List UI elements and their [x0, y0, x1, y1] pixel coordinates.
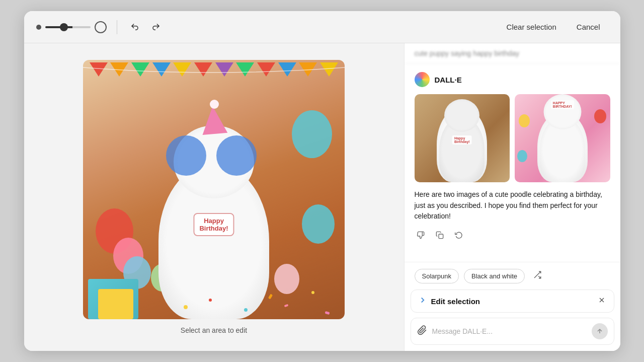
brush-size-slider[interactable] — [45, 26, 91, 28]
edit-selection-bar: Edit selection — [411, 289, 614, 313]
message-actions — [415, 229, 610, 241]
party-hat — [200, 105, 228, 135]
brush-large-icon — [95, 21, 107, 33]
regenerate-button[interactable] — [453, 229, 465, 241]
undo-button[interactable] — [127, 20, 142, 35]
image-panel: HappyBirthday! Sele — [24, 43, 404, 351]
dalle-header: DALL·E — [415, 72, 610, 87]
dalle-logo — [415, 72, 430, 87]
dalle-name-label: DALL·E — [435, 76, 462, 84]
message-input-area — [411, 318, 614, 345]
image-canvas[interactable]: HappyBirthday! — [83, 60, 345, 319]
dog-image: HappyBirthday! — [83, 60, 345, 319]
thumbnail-1[interactable]: HappyBirthday! — [415, 94, 510, 182]
selection-circle-right — [216, 135, 257, 176]
style-chips-bar: Solarpunk Black and white — [405, 262, 620, 289]
svg-rect-0 — [439, 234, 443, 239]
confetti — [83, 259, 345, 319]
main-container: Clear selection Cancel — [24, 11, 620, 351]
selection-circle-left — [166, 135, 206, 176]
toolbar: Clear selection Cancel — [24, 11, 620, 43]
send-button[interactable] — [592, 323, 608, 339]
right-panel: cute puppy saying happy birthday DALL·E — [404, 43, 620, 351]
toolbar-divider — [117, 20, 117, 34]
brush-small-icon — [36, 25, 41, 30]
thumbs-down-button[interactable] — [415, 229, 427, 241]
clear-selection-button[interactable]: Clear selection — [501, 20, 562, 34]
content-area: HappyBirthday! Sele — [24, 43, 620, 351]
attach-button[interactable] — [417, 325, 427, 338]
redo-button[interactable] — [148, 20, 164, 35]
copy-button[interactable] — [434, 229, 446, 241]
style-chip-solarpunk[interactable]: Solarpunk — [415, 269, 459, 283]
blurred-message: cute puppy saying happy birthday — [405, 43, 620, 64]
hat-pom — [210, 100, 219, 109]
birthday-sign: HappyBirthday! — [193, 213, 234, 236]
dalle-message-block: DALL·E HappyBirthday! — [405, 64, 620, 262]
balloon-teal2 — [302, 204, 335, 244]
image-label: Select an area to edit — [181, 326, 247, 334]
brush-size-control — [36, 21, 107, 33]
thumbnail-2[interactable]: HAPPYBIRTHDAY! — [515, 94, 610, 182]
balloon-teal — [292, 110, 332, 158]
style-chip-blackwhite[interactable]: Black and white — [464, 269, 525, 283]
dalle-description: Here are two images of a cute poodle cel… — [415, 189, 610, 222]
edit-arrow-icon — [418, 296, 427, 307]
shuffle-button[interactable] — [530, 267, 545, 284]
edit-selection-label: Edit selection — [431, 297, 480, 306]
cancel-button[interactable]: Cancel — [569, 20, 608, 34]
edit-selection-left: Edit selection — [418, 296, 480, 307]
image-thumbnails: HappyBirthday! HAPPYBIRTHDAY! — [415, 94, 610, 182]
bunting-string — [83, 60, 345, 83]
message-input[interactable] — [432, 327, 587, 335]
edit-selection-close-button[interactable] — [597, 295, 607, 307]
